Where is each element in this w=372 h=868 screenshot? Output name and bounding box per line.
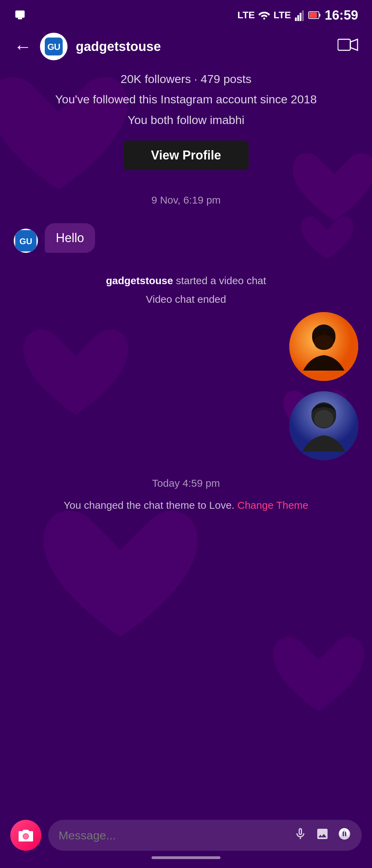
home-indicator xyxy=(0,851,372,865)
svg-rect-7 xyxy=(319,14,320,17)
gallery-button[interactable] xyxy=(316,827,329,844)
camera-button[interactable] xyxy=(10,820,41,851)
photo-message-1 xyxy=(14,312,358,381)
status-time: 16:59 xyxy=(325,8,358,23)
nav-username[interactable]: gadgetstouse xyxy=(76,39,329,54)
status-icons: LTE LTE xyxy=(237,9,321,21)
status-right: LTE LTE 16:59 xyxy=(237,8,358,23)
status-bar: LTE LTE 16:59 xyxy=(0,0,372,28)
lte2-icon: LTE xyxy=(273,10,291,21)
camera-icon xyxy=(18,828,34,842)
back-button[interactable]: ← xyxy=(14,38,32,55)
person-photo-2 xyxy=(289,391,358,460)
status-left xyxy=(14,9,26,21)
message-input[interactable] xyxy=(59,829,288,842)
svg-rect-4 xyxy=(300,13,301,21)
lte-icon: LTE xyxy=(237,10,255,21)
sticker-button[interactable] xyxy=(338,827,351,844)
sender-avatar: GU xyxy=(14,229,38,253)
svg-rect-8 xyxy=(309,12,317,18)
timestamp-1: 9 Nov, 6:19 pm xyxy=(0,194,372,206)
message-row-hello: GU Hello xyxy=(14,223,358,253)
sender-avatar-logo: GU xyxy=(14,229,38,253)
input-icons xyxy=(293,827,351,844)
signal-icon xyxy=(294,9,305,21)
video-ended-msg: Video chat ended xyxy=(0,293,372,305)
gu-logo: GU xyxy=(41,34,66,59)
svg-rect-0 xyxy=(16,11,25,18)
profile-info-section: 20K followers · 479 posts You've followe… xyxy=(0,65,372,184)
profile-follow-info: You've followed this Instagram account s… xyxy=(14,91,358,108)
nav-bar: ← GU gadgetstouse xyxy=(0,28,372,65)
gallery-icon xyxy=(316,827,329,841)
timestamp-2: Today 4:59 pm xyxy=(0,477,372,489)
svg-rect-2 xyxy=(295,18,297,21)
svg-rect-12 xyxy=(338,39,350,50)
wifi-icon xyxy=(258,9,270,21)
nav-avatar[interactable]: GU xyxy=(40,33,68,60)
photo-circle-orange xyxy=(289,312,358,381)
change-theme-link[interactable]: Change Theme xyxy=(237,499,308,511)
theme-change-text: You changed the chat theme to Love. xyxy=(64,499,235,511)
mic-button[interactable] xyxy=(293,827,307,844)
person-photo-1 xyxy=(289,312,358,381)
svg-point-22 xyxy=(314,410,333,428)
theme-change-notice: You changed the chat theme to Love. Chan… xyxy=(14,499,358,511)
mic-icon xyxy=(293,827,307,841)
profile-mutual: You both follow imabhi xyxy=(14,113,358,127)
video-started-text: started a video chat xyxy=(176,275,266,286)
video-call-icon xyxy=(338,37,358,53)
svg-text:GU: GU xyxy=(19,237,32,246)
profile-stats: 20K followers · 479 posts xyxy=(14,72,358,86)
avatar-logo-svg: GU xyxy=(42,35,65,58)
video-sender: gadgetstouse xyxy=(106,275,173,286)
photo-circle-blue xyxy=(289,391,358,460)
video-started-msg: gadgetstouse started a video chat xyxy=(0,275,372,287)
photo-message-2 xyxy=(14,391,358,460)
sticker-icon xyxy=(338,827,351,841)
svg-rect-5 xyxy=(302,10,304,21)
svg-rect-1 xyxy=(18,18,22,20)
svg-point-24 xyxy=(23,834,28,839)
battery-icon xyxy=(308,11,321,19)
svg-rect-3 xyxy=(297,15,299,21)
message-input-container[interactable] xyxy=(48,820,362,851)
video-call-button[interactable] xyxy=(338,37,358,57)
home-bar xyxy=(152,856,220,859)
svg-text:GU: GU xyxy=(48,42,60,52)
notification-icon xyxy=(14,9,26,21)
hello-bubble: Hello xyxy=(45,223,95,253)
chat-messages: GU Hello xyxy=(0,216,372,268)
view-profile-button[interactable]: View Profile xyxy=(123,141,248,170)
svg-point-19 xyxy=(314,335,333,350)
svg-marker-13 xyxy=(350,39,358,50)
